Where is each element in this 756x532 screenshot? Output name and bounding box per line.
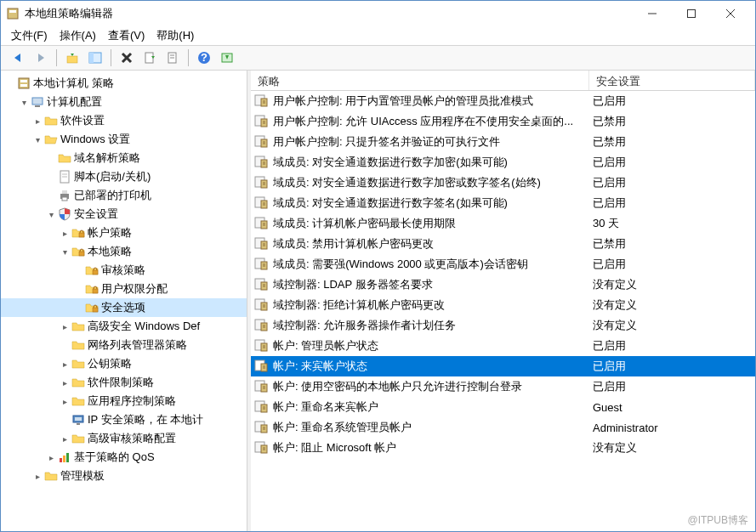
policy-row[interactable]: 用户帐户控制: 只提升签名并验证的可执行文件已禁用: [251, 132, 755, 152]
policy-item-icon: [254, 175, 270, 190]
policy-name: 域控制器: 允许服务器操作者计划任务: [273, 318, 588, 333]
policy-row[interactable]: 帐户: 阻止 Microsoft 帐户没有定义: [251, 438, 755, 458]
policy-row[interactable]: 帐户: 使用空密码的本地帐户只允许进行控制台登录已启用: [251, 376, 755, 397]
tree-caret-icon[interactable]: ▾: [31, 135, 43, 144]
tree-adv-audit[interactable]: ▸高级审核策略配置: [1, 429, 247, 448]
policy-name: 域成员: 对安全通道数据进行数字签名(如果可能): [273, 195, 588, 211]
tree-caret-icon[interactable]: ▸: [59, 229, 71, 238]
policy-row[interactable]: 帐户: 管理员帐户状态已启用: [251, 336, 755, 356]
tree-caret-icon[interactable]: ▸: [31, 116, 43, 126]
tree-node-icon: [71, 412, 86, 427]
policy-row[interactable]: 用户帐户控制: 用于内置管理员帐户的管理员批准模式已启用: [251, 91, 755, 111]
tree-software-settings[interactable]: ▸软件设置: [1, 111, 247, 130]
tree-node-icon: [71, 431, 86, 446]
up-button[interactable]: [62, 48, 82, 68]
policy-name: 域控制器: 拒绝计算机帐户密码更改: [273, 297, 588, 313]
tree-node-icon: [84, 300, 99, 315]
svg-rect-20: [20, 84, 27, 87]
list-pane[interactable]: 策略 安全设置 用户帐户控制: 用于内置管理员帐户的管理员批准模式已启用用户帐户…: [251, 71, 755, 532]
policy-row[interactable]: 帐户: 重命名系统管理员帐户Administrator: [251, 417, 755, 438]
tree-public-key[interactable]: ▸公钥策略: [1, 354, 247, 373]
maximize-button[interactable]: [672, 1, 711, 26]
policy-row[interactable]: 域控制器: 允许服务器操作者计划任务没有定义: [251, 315, 755, 336]
tree-local-policy[interactable]: ▾本地策略: [1, 242, 247, 261]
tree-software-restrict[interactable]: ▸软件限制策略: [1, 373, 247, 392]
tree-root[interactable]: 本地计算机 策略: [1, 74, 247, 93]
tree-user-rights[interactable]: 用户权限分配: [1, 280, 247, 298]
tree-app-control[interactable]: ▸应用程序控制策略: [1, 392, 247, 410]
policy-row[interactable]: 域成员: 对安全通道数据进行数字加密(如果可能)已启用: [251, 152, 755, 173]
policy-row[interactable]: 域成员: 对安全通道数据进行数字加密或数字签名(始终)已启用: [251, 173, 755, 193]
policy-row[interactable]: 帐户: 重命名来宾帐户Guest: [251, 397, 755, 417]
tree-security-settings[interactable]: ▾安全设置: [1, 205, 247, 224]
tree-caret-icon[interactable]: ▸: [59, 378, 71, 388]
menu-help[interactable]: 帮助(H): [156, 28, 194, 43]
svg-rect-0: [8, 8, 18, 19]
tree-caret-icon[interactable]: ▾: [59, 247, 71, 257]
tree-ipsec[interactable]: IP 安全策略，在 本地计: [1, 410, 247, 429]
tree-node-icon: [57, 169, 72, 184]
policy-row[interactable]: 域控制器: LDAP 服务器签名要求没有定义: [251, 274, 755, 295]
col-setting[interactable]: 安全设置: [589, 71, 755, 90]
policy-row[interactable]: 域成员: 禁用计算机帐户密码更改已禁用: [251, 234, 755, 254]
svg-rect-22: [35, 105, 40, 107]
close-button[interactable]: [711, 1, 750, 26]
svg-rect-18: [19, 78, 29, 88]
svg-rect-21: [32, 98, 43, 105]
menu-file[interactable]: 文件(F): [11, 28, 48, 43]
col-policy[interactable]: 策略: [251, 71, 589, 90]
tree-caret-icon[interactable]: ▾: [18, 98, 30, 107]
watermark: @ITPUB博客: [687, 513, 748, 528]
tree-caret-icon[interactable]: ▸: [59, 359, 71, 369]
tree-node-icon: [84, 281, 99, 297]
minimize-button[interactable]: [633, 1, 672, 26]
tree-name-resolution[interactable]: 域名解析策略: [1, 149, 247, 167]
tree-security-options[interactable]: 安全选项: [1, 298, 247, 317]
svg-rect-35: [75, 417, 82, 421]
policy-item-icon: [254, 318, 270, 333]
export-button[interactable]: [139, 48, 160, 68]
policy-row[interactable]: 用户帐户控制: 允许 UIAccess 应用程序在不使用安全桌面的...已禁用: [251, 111, 755, 132]
svg-rect-3: [688, 10, 696, 18]
policy-row[interactable]: 帐户: 来宾帐户状态已启用: [251, 356, 755, 376]
tree-windows-settings[interactable]: ▾Windows 设置: [1, 130, 247, 149]
tree-adv-firewall[interactable]: ▸高级安全 Windows Def: [1, 317, 247, 336]
svg-rect-8: [89, 53, 94, 63]
policy-row[interactable]: 域控制器: 拒绝计算机帐户密码更改没有定义: [251, 295, 755, 315]
tree-node-icon: [57, 188, 72, 203]
tree-computer-config[interactable]: ▾计算机配置: [1, 93, 247, 111]
tree-admin-templates[interactable]: ▸管理模板: [1, 467, 247, 485]
show-hide-tree-button[interactable]: [85, 48, 105, 68]
tree-qos[interactable]: ▸基于策略的 QoS: [1, 448, 247, 467]
tree-audit-policy[interactable]: 审核策略: [1, 261, 247, 280]
help-button[interactable]: ?: [194, 48, 214, 68]
svg-rect-11: [145, 53, 153, 63]
forward-button[interactable]: [31, 48, 51, 68]
tree-account-policy[interactable]: ▸帐户策略: [1, 224, 247, 242]
tree-network-list[interactable]: 网络列表管理器策略: [1, 336, 247, 354]
menu-view[interactable]: 查看(V): [108, 28, 145, 43]
tree-caret-icon[interactable]: ▸: [31, 472, 43, 481]
svg-rect-1: [9, 10, 16, 13]
tree-caret-icon[interactable]: ▸: [59, 397, 71, 406]
tree-pane[interactable]: 本地计算机 策略▾计算机配置▸软件设置▾Windows 设置域名解析策略脚本(启…: [1, 71, 247, 532]
svg-rect-31: [93, 270, 98, 274]
filter-button[interactable]: [217, 48, 237, 68]
policy-name: 用户帐户控制: 用于内置管理员帐户的管理员批准模式: [273, 93, 588, 109]
tree-caret-icon[interactable]: ▸: [59, 434, 71, 444]
tree-caret-icon[interactable]: ▾: [45, 210, 57, 219]
tree-caret-icon[interactable]: ▸: [59, 322, 71, 331]
delete-button[interactable]: [117, 48, 137, 68]
menu-action[interactable]: 操作(A): [60, 28, 96, 43]
tree-caret-icon[interactable]: ▸: [45, 453, 57, 462]
tree-printers[interactable]: 已部署的打印机: [1, 186, 247, 205]
policy-row[interactable]: 域成员: 对安全通道数据进行数字签名(如果可能)已启用: [251, 193, 755, 213]
tree-scripts[interactable]: 脚本(启动/关机): [1, 167, 247, 186]
properties-button[interactable]: [162, 48, 183, 68]
policy-value: 已启用: [588, 175, 755, 190]
tree-node-icon: [71, 225, 86, 241]
tree-node-icon: [30, 94, 45, 110]
policy-row[interactable]: 域成员: 需要强(Windows 2000 或更高版本)会话密钥已启用: [251, 254, 755, 274]
policy-row[interactable]: 域成员: 计算机帐户密码最长使用期限30 天: [251, 213, 755, 234]
back-button[interactable]: [8, 48, 28, 68]
